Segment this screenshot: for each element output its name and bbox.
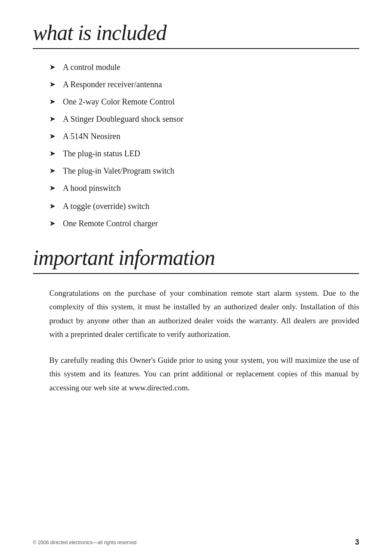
list-item: ➤The plug-in status LED	[49, 148, 359, 159]
list-item: ➤A Responder receiver/antenna	[49, 79, 359, 90]
copyright-text: © 2006 directed electronics—all rights r…	[33, 540, 136, 545]
section1-title: what is included	[33, 21, 359, 49]
section2-title: important information	[33, 246, 359, 274]
list-item: ➤A toggle (override) switch	[49, 200, 359, 212]
bullet-icon: ➤	[49, 114, 55, 124]
page-footer: © 2006 directed electronics—all rights r…	[33, 538, 359, 547]
list-item: ➤One Remote Control charger	[49, 218, 359, 229]
bullet-icon: ➤	[49, 62, 55, 72]
item-text: A 514N Neosiren	[63, 130, 120, 142]
item-text: One Remote Control charger	[63, 218, 158, 229]
item-text: A toggle (override) switch	[63, 200, 150, 212]
list-item: ➤A 514N Neosiren	[49, 130, 359, 142]
item-text: A hood pinswitch	[63, 182, 121, 194]
list-item: ➤The plug-in Valet/Program switch	[49, 165, 359, 176]
page-number: 3	[355, 538, 359, 547]
item-text: The plug-in Valet/Program switch	[63, 165, 174, 176]
bullet-icon: ➤	[49, 218, 55, 229]
list-item: ➤A Stinger Doubleguard shock sensor	[49, 113, 359, 125]
item-text: A Stinger Doubleguard shock sensor	[63, 113, 183, 125]
item-text: A control module	[63, 61, 120, 73]
important-paragraph2: By carefully reading this Owner's Guide …	[49, 353, 359, 394]
list-item: ➤One 2-way Color Remote Control	[49, 96, 359, 107]
important-section: important information Congratulations on…	[33, 246, 359, 394]
bullet-icon: ➤	[49, 79, 55, 90]
important-paragraph1: Congratulations on the purchase of your …	[49, 286, 359, 341]
list-item: ➤A hood pinswitch	[49, 182, 359, 194]
included-items-list: ➤A control module➤A Responder receiver/a…	[49, 61, 359, 229]
bullet-icon: ➤	[49, 183, 55, 193]
item-text: A Responder receiver/antenna	[63, 79, 162, 90]
page-container: what is included ➤A control module➤A Res…	[0, 0, 392, 559]
bullet-icon: ➤	[49, 97, 55, 107]
bullet-icon: ➤	[49, 201, 55, 211]
bullet-icon: ➤	[49, 131, 55, 141]
item-text: One 2-way Color Remote Control	[63, 96, 175, 107]
item-text: The plug-in status LED	[63, 148, 140, 159]
bullet-icon: ➤	[49, 166, 55, 176]
list-item: ➤A control module	[49, 61, 359, 73]
bullet-icon: ➤	[49, 148, 55, 159]
